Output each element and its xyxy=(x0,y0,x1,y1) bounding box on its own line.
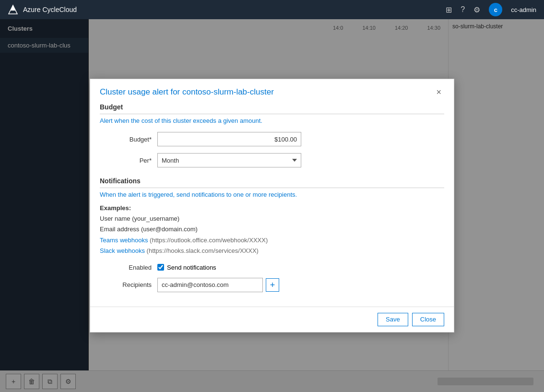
budget-input-container xyxy=(157,132,301,146)
avatar[interactable]: c xyxy=(489,3,502,16)
add-recipient-button[interactable]: + xyxy=(266,278,279,292)
save-button[interactable]: Save xyxy=(378,313,408,326)
modal-overlay: Cluster usage alert for contoso-slurm-la… xyxy=(0,19,544,392)
teams-webhooks-link[interactable]: Teams webhooks xyxy=(100,237,150,244)
example-email: Email address (user@domain.com) xyxy=(100,226,198,233)
modal-close-button[interactable]: × xyxy=(433,87,444,97)
per-select-container: Month Week Day xyxy=(157,153,301,167)
recipients-container: + xyxy=(157,278,301,292)
recipients-row: Recipients + xyxy=(100,278,444,292)
azure-logo-icon xyxy=(8,4,18,15)
modal-title: Cluster usage alert for contoso-slurm-la… xyxy=(100,87,274,97)
app-title: Azure CycleCloud xyxy=(23,6,77,13)
recipients-label: Recipients xyxy=(100,281,157,288)
modal-header: Cluster usage alert for contoso-slurm-la… xyxy=(90,79,454,103)
per-select[interactable]: Month Week Day xyxy=(157,153,301,167)
examples-header: Examples: xyxy=(100,204,131,212)
recipients-input[interactable] xyxy=(157,278,263,292)
enabled-label: Enabled xyxy=(100,264,157,271)
per-label: Per* xyxy=(100,157,157,164)
slack-url: (https://hooks.slack.com/services/XXXX) xyxy=(147,247,259,254)
notifications-desc: When the alert is triggered, send notifi… xyxy=(100,191,444,198)
teams-url: (https://outlook.office.com/webhook/XXXX… xyxy=(150,237,268,244)
close-button[interactable]: Close xyxy=(412,313,444,326)
send-notifications-label: Send notifications xyxy=(167,264,216,271)
modal-footer: Save Close xyxy=(90,307,454,332)
send-notifications-checkbox[interactable] xyxy=(157,264,164,271)
budget-row: Budget* xyxy=(100,132,444,146)
connections-icon[interactable]: ⊞ xyxy=(446,5,452,14)
slack-webhooks-link[interactable]: Slack webhooks xyxy=(100,247,147,254)
notifications-section-title: Notifications xyxy=(100,177,444,188)
budget-input[interactable] xyxy=(157,132,301,146)
content-area: Clusters contoso-slurm-lab-clus 14:0 14:… xyxy=(0,19,544,392)
modal-dialog: Cluster usage alert for contoso-slurm-la… xyxy=(90,79,454,332)
examples-block: Examples: User name (your_username) Emai… xyxy=(100,203,444,256)
budget-label: Budget* xyxy=(100,136,157,143)
topbar-left: Azure CycleCloud xyxy=(8,4,77,15)
username-label: cc-admin xyxy=(511,6,536,13)
enabled-row: Enabled Send notifications xyxy=(100,264,444,271)
help-icon[interactable]: ? xyxy=(461,5,465,14)
per-row: Per* Month Week Day xyxy=(100,153,444,167)
settings-icon[interactable]: ⚙ xyxy=(473,5,480,14)
topbar-right: ⊞ ? ⚙ c cc-admin xyxy=(446,3,536,16)
budget-section-title: Budget xyxy=(100,103,444,114)
example-username: User name (your_username) xyxy=(100,215,179,222)
modal-body: Budget Alert when the cost of this clust… xyxy=(90,103,454,306)
send-notifications-container: Send notifications xyxy=(157,264,301,271)
topbar: Azure CycleCloud ⊞ ? ⚙ c cc-admin xyxy=(0,0,544,19)
budget-section-desc: Alert when the cost of this cluster exce… xyxy=(100,117,444,124)
notifications-section: Notifications When the alert is triggere… xyxy=(100,177,444,292)
